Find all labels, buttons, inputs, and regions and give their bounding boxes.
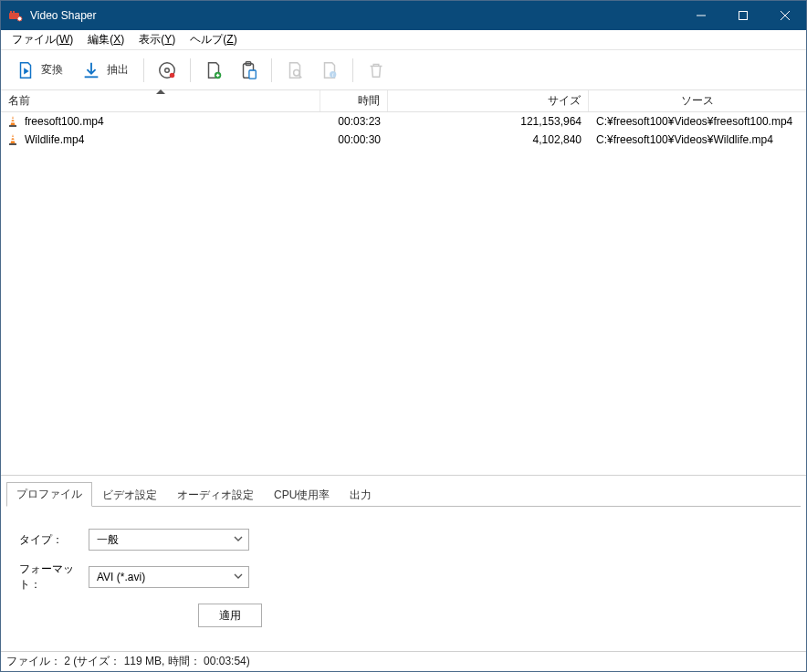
column-header-name[interactable]: 名前 (1, 90, 320, 111)
chevron-down-icon (234, 571, 243, 583)
format-value: AVI (*.avi) (97, 571, 145, 583)
column-header-time[interactable]: 時間 (320, 90, 388, 111)
file-search-icon (285, 60, 305, 80)
vlc-cone-icon (6, 133, 19, 146)
add-file-button[interactable] (198, 57, 229, 84)
delete-button[interactable] (361, 57, 392, 84)
toolbar-separator (143, 58, 144, 82)
tab-profile[interactable]: プロファイル (6, 482, 92, 507)
file-time: 00:00:30 (320, 133, 388, 146)
file-info-icon: i (320, 60, 340, 80)
type-label: タイプ： (19, 532, 89, 548)
menubar: ファイル(W) 編集(X) 表示(Y) ヘルプ(Z) (1, 30, 806, 50)
status-text: ファイル： 2 (サイズ： 119 MB, 時間： 00:03:54) (6, 654, 250, 669)
convert-label: 変換 (41, 62, 63, 78)
titlebar: Video Shaper (1, 1, 806, 30)
svg-rect-22 (11, 140, 16, 141)
svg-point-8 (170, 72, 175, 78)
svg-marker-20 (11, 134, 16, 143)
trash-icon (366, 60, 386, 80)
toolbar-separator (190, 58, 191, 82)
column-header-source[interactable]: ソース (589, 90, 806, 111)
app-icon (8, 8, 23, 23)
file-source: C:¥freesoft100¥Videos¥Wildlife.mp4 (589, 133, 806, 146)
tab-video[interactable]: ビデオ設定 (92, 483, 167, 507)
file-name: Wildlife.mp4 (25, 133, 84, 146)
type-value: 一般 (97, 532, 119, 548)
file-list[interactable]: freesoft100.mp4 00:03:23 121,153,964 C:¥… (1, 112, 806, 475)
extract-button[interactable]: 抽出 (74, 57, 136, 84)
menu-edit[interactable]: 編集(X) (80, 30, 131, 49)
file-add-icon (204, 60, 224, 80)
svg-rect-19 (9, 125, 16, 127)
extract-label: 抽出 (107, 62, 129, 78)
format-label: フォーマット： (19, 562, 89, 593)
file-name: freesoft100.mp4 (25, 115, 104, 128)
tab-output[interactable]: 出力 (340, 483, 382, 507)
file-source: C:¥freesoft100¥Videos¥freesoft100.mp4 (589, 115, 806, 128)
toolbar-separator (352, 58, 353, 82)
file-time: 00:03:23 (320, 115, 388, 128)
convert-icon (16, 60, 36, 80)
svg-rect-17 (11, 119, 15, 120)
svg-rect-4 (739, 12, 748, 20)
svg-rect-12 (249, 70, 256, 79)
burn-disc-button[interactable] (152, 57, 183, 84)
tab-audio[interactable]: オーディオ設定 (167, 483, 264, 507)
toolbar-separator (271, 58, 272, 82)
file-size: 121,153,964 (388, 115, 589, 128)
settings-tabs: プロファイル ビデオ設定 オーディオ設定 CPU使用率 出力 (1, 476, 806, 506)
chevron-down-icon (234, 533, 243, 546)
tab-cpu[interactable]: CPU使用率 (264, 483, 340, 507)
tab-content-profile: タイプ： 一般 フォーマット： AVI (*.avi) 適用 (1, 507, 806, 651)
svg-marker-5 (24, 68, 29, 74)
svg-rect-2 (13, 11, 15, 13)
menu-view[interactable]: 表示(Y) (131, 30, 183, 49)
file-size: 4,102,840 (388, 133, 589, 146)
svg-rect-1 (10, 11, 12, 13)
file-info-button[interactable]: i (314, 57, 345, 84)
svg-point-3 (17, 16, 22, 21)
apply-button[interactable]: 適用 (198, 604, 262, 627)
app-window: Video Shaper ファイル(W) 編集(X) 表示(Y) ヘルプ(Z) … (0, 0, 807, 672)
svg-rect-23 (9, 143, 16, 145)
window-title: Video Shaper (30, 9, 97, 22)
vlc-cone-icon (6, 115, 19, 128)
toolbar: 変換 抽出 (1, 50, 806, 90)
maximize-button[interactable] (722, 1, 764, 30)
statusbar: ファイル： 2 (サイズ： 119 MB, 時間： 00:03:54) (1, 651, 806, 671)
clipboard-icon (238, 60, 258, 80)
column-title: 名前 (8, 93, 30, 109)
table-row[interactable]: Wildlife.mp4 00:00:30 4,102,840 C:¥frees… (1, 131, 806, 149)
svg-marker-16 (11, 116, 16, 125)
sort-asc-icon (156, 89, 165, 94)
column-header-size[interactable]: サイズ (388, 90, 589, 111)
menu-file[interactable]: ファイル(W) (5, 30, 80, 49)
convert-button[interactable]: 変換 (8, 57, 70, 84)
svg-rect-21 (11, 137, 15, 138)
paste-button[interactable] (233, 57, 264, 84)
svg-point-13 (294, 69, 299, 75)
svg-rect-18 (11, 121, 16, 122)
download-icon (81, 60, 101, 80)
minimize-button[interactable] (680, 1, 722, 30)
preview-button[interactable] (279, 57, 310, 84)
table-row[interactable]: freesoft100.mp4 00:03:23 121,153,964 C:¥… (1, 112, 806, 131)
format-select[interactable]: AVI (*.avi) (89, 566, 249, 588)
svg-text:i: i (332, 71, 334, 78)
disc-icon (157, 60, 177, 80)
list-header: 名前 時間 サイズ ソース (1, 90, 806, 112)
type-select[interactable]: 一般 (89, 529, 249, 551)
menu-help[interactable]: ヘルプ(Z) (183, 30, 244, 49)
settings-panel: プロファイル ビデオ設定 オーディオ設定 CPU使用率 出力 タイプ： 一般 フ… (1, 475, 806, 651)
svg-point-7 (165, 68, 170, 72)
close-button[interactable] (764, 1, 806, 30)
